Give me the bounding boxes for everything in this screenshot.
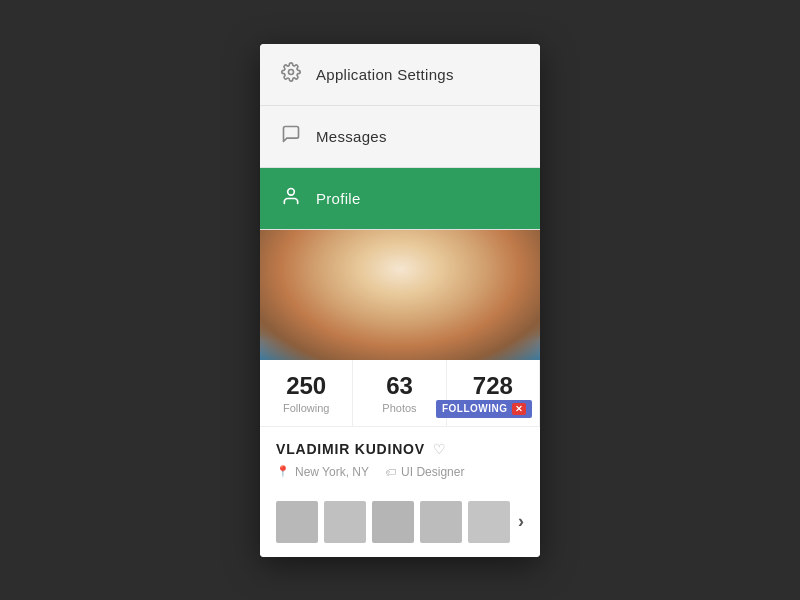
- photos-row: ›: [260, 491, 540, 557]
- unfollow-button[interactable]: ✕: [512, 403, 527, 415]
- following-count: 250: [268, 374, 344, 398]
- photo-thumb-3[interactable]: [372, 501, 414, 543]
- profile-card: Application Settings Messages Profile 25…: [260, 44, 540, 557]
- location-item: 📍 New York, NY: [276, 465, 369, 479]
- title-text: UI Designer: [401, 465, 464, 479]
- photo-thumb-5[interactable]: [468, 501, 510, 543]
- profile-info: VLADIMIR KUDINOV ♡ 📍 New York, NY 🏷 UI D…: [260, 427, 540, 491]
- menu-item-messages[interactable]: Messages: [260, 106, 540, 168]
- stats-row: 250 Following 63 Photos 728 Likes FOLLOW…: [260, 360, 540, 427]
- stat-following: 250 Following: [260, 360, 353, 426]
- menu-label-application-settings: Application Settings: [316, 66, 454, 83]
- photos-count: 63: [361, 374, 437, 398]
- menu-label-messages: Messages: [316, 128, 387, 145]
- menu-item-application-settings[interactable]: Application Settings: [260, 44, 540, 106]
- badge-icon: 🏷: [385, 466, 396, 478]
- title-item: 🏷 UI Designer: [385, 465, 464, 479]
- following-badge-text: FOLLOWING: [442, 403, 508, 414]
- heart-icon[interactable]: ♡: [433, 441, 446, 457]
- following-label: Following: [268, 402, 344, 414]
- photo-thumb-4[interactable]: [420, 501, 462, 543]
- menu-label-profile: Profile: [316, 190, 361, 207]
- profile-photo: [260, 230, 540, 360]
- photo-thumb-2[interactable]: [324, 501, 366, 543]
- photo-thumb-1[interactable]: [276, 501, 318, 543]
- following-badge[interactable]: FOLLOWING ✕: [436, 400, 532, 418]
- stat-photos: 63 Photos: [353, 360, 446, 426]
- location-text: New York, NY: [295, 465, 369, 479]
- chat-icon: [280, 124, 302, 149]
- profile-name-row: VLADIMIR KUDINOV ♡: [276, 441, 524, 457]
- gear-icon: [280, 62, 302, 87]
- likes-count: 728: [455, 374, 531, 398]
- profile-meta: 📍 New York, NY 🏷 UI Designer: [276, 465, 524, 479]
- profile-photo-bg: [260, 230, 540, 360]
- svg-point-1: [288, 188, 295, 195]
- location-icon: 📍: [276, 465, 290, 478]
- photos-next-button[interactable]: ›: [518, 511, 524, 532]
- menu-item-profile[interactable]: Profile: [260, 168, 540, 230]
- profile-name: VLADIMIR KUDINOV: [276, 441, 425, 457]
- photos-label: Photos: [361, 402, 437, 414]
- svg-point-0: [289, 69, 294, 74]
- person-icon: [280, 186, 302, 211]
